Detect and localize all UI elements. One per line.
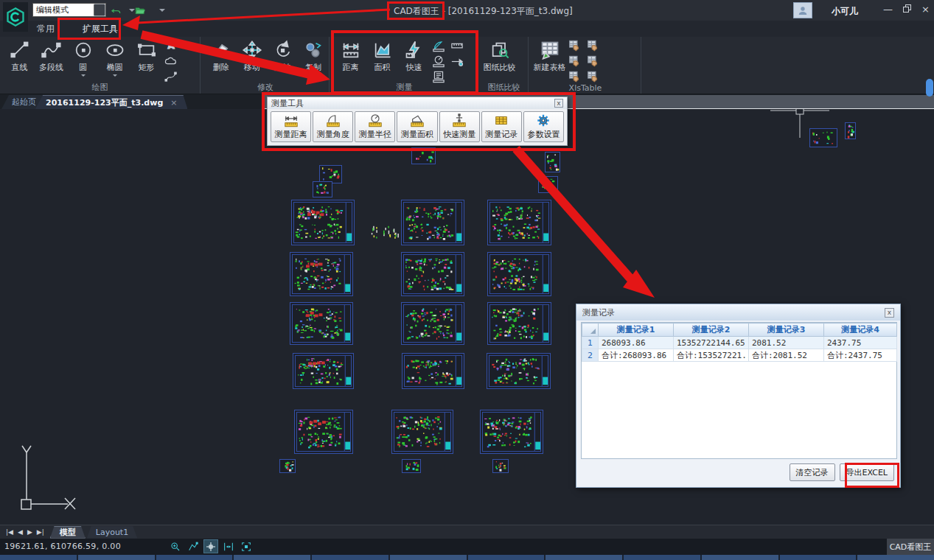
ribbon-xlstable-tool-5-button[interactable]	[585, 55, 601, 69]
status-zoom-window-icon[interactable]	[168, 539, 183, 553]
drawing-thumbnail[interactable]	[291, 200, 355, 245]
ribbon-circle-button[interactable]: 圆	[67, 38, 99, 80]
status-pan-icon[interactable]	[186, 539, 201, 553]
measure-area-button[interactable]: 测量面积	[397, 111, 437, 142]
ribbon-xlstable-tool-4-button[interactable]	[585, 39, 601, 53]
dropdown-arrow-icon[interactable]	[81, 74, 86, 77]
ribbon-xlstable-tool-3-button[interactable]	[566, 70, 582, 84]
table-corner-cell[interactable]	[582, 323, 599, 337]
tab-extended-tools[interactable]: 扩展工具	[78, 21, 122, 37]
restore-button[interactable]	[903, 4, 911, 13]
drawing-thumbnail[interactable]	[487, 353, 551, 389]
nav-last-icon[interactable]: ▶|	[37, 528, 44, 536]
measure-radius-button[interactable]: 测量半径	[355, 111, 395, 142]
drawing-thumbnail[interactable]	[845, 122, 856, 139]
drawing-thumbnail[interactable]	[487, 302, 551, 345]
drawing-thumbnail[interactable]	[290, 252, 353, 296]
quick-measure-button[interactable]: 快速测量	[439, 111, 480, 142]
row-number[interactable]: 2	[582, 349, 599, 362]
drawing-thumbnail[interactable]	[487, 200, 551, 245]
drawing-thumbnail[interactable]	[411, 147, 436, 164]
drawing-thumbnail[interactable]	[401, 200, 464, 245]
column-header-1[interactable]: 测量记录1	[599, 323, 674, 337]
table-row[interactable]: 2合计:268093.86合计:153527221...合计:2081.52合计…	[582, 349, 897, 362]
tab-common[interactable]: 常用	[32, 21, 59, 37]
ribbon-polyline-button[interactable]: 多段线	[35, 38, 67, 80]
measure-angle-button[interactable]: 测量角度	[313, 111, 353, 142]
ribbon-rectangle-button[interactable]: 矩形	[130, 38, 162, 80]
clear-records-button[interactable]: 清空记录	[790, 463, 835, 481]
records-panel-titlebar[interactable]: 测量记录 x	[576, 304, 900, 321]
drawing-thumbnail[interactable]	[487, 252, 551, 296]
table-row[interactable]: 1268093.8615352722144.652081.522437.75	[582, 337, 897, 349]
drawing-thumbnail[interactable]	[545, 152, 560, 172]
close-button[interactable]: ×	[921, 4, 930, 15]
ribbon-erase-button[interactable]: 删除	[206, 38, 237, 80]
ribbon-measure-angle-button[interactable]	[431, 39, 447, 53]
measure-record-button[interactable]: 测量记录	[481, 111, 522, 142]
open-file-button[interactable]	[134, 4, 146, 17]
ribbon-area-button[interactable]: 面积	[366, 38, 398, 80]
ribbon-measure-radius-button[interactable]	[431, 55, 447, 69]
quick-access-customize-icon[interactable]	[159, 9, 165, 12]
column-header-2[interactable]: 测量记录2	[674, 323, 749, 337]
nav-prev-icon[interactable]: ◀	[18, 528, 23, 536]
table-cell[interactable]: 合计:153527221...	[674, 349, 749, 362]
dialog-close-icon[interactable]: x	[554, 99, 563, 108]
drawing-thumbnail[interactable]	[480, 410, 543, 454]
drawing-thumbnail[interactable]	[391, 410, 453, 454]
drawing-thumbnail[interactable]	[290, 302, 353, 345]
drawing-thumbnail[interactable]	[279, 459, 296, 473]
ribbon-ellipse-button[interactable]: 椭圆	[99, 38, 130, 80]
measure-tools-dialog-titlebar[interactable]: 测量工具 x	[268, 97, 567, 109]
table-cell[interactable]: 268093.86	[599, 337, 674, 349]
layout-tab-layout1[interactable]: Layout1	[87, 526, 137, 539]
undo-button[interactable]	[111, 4, 122, 17]
ribbon-distance-button[interactable]: 距离	[335, 38, 366, 80]
records-close-icon[interactable]: x	[885, 308, 894, 318]
drawing-thumbnail[interactable]	[809, 128, 837, 147]
mode-select-dropdown-icon[interactable]	[94, 4, 105, 16]
status-crosshair-icon[interactable]	[203, 539, 218, 553]
drawing-thumbnail[interactable]	[313, 181, 332, 197]
canvas-marking[interactable]	[393, 225, 400, 241]
drawing-thumbnail[interactable]	[402, 353, 464, 389]
measure-distance-button[interactable]: 测量距离	[271, 111, 311, 142]
export-excel-button[interactable]: 导出EXCEL	[840, 463, 894, 481]
ribbon-measure-settings-button[interactable]	[449, 55, 465, 69]
layout-tab-model[interactable]: 模型	[50, 526, 86, 539]
username[interactable]: 小可儿	[832, 5, 858, 18]
ribbon-line-button[interactable]: 直线	[4, 38, 35, 80]
drawing-thumbnail[interactable]	[492, 459, 509, 473]
minimize-button[interactable]: —	[883, 4, 893, 15]
drawing-thumbnail[interactable]	[401, 302, 464, 345]
table-cell[interactable]: 2437.75	[824, 337, 897, 349]
ribbon-xlstable-tool-6-button[interactable]	[585, 70, 601, 84]
table-cell[interactable]: 15352722144.65	[674, 337, 749, 349]
drawing-thumbnail[interactable]	[538, 176, 558, 193]
table-cell[interactable]: 合计:268093.86	[599, 349, 674, 362]
drawing-thumbnail[interactable]	[402, 459, 421, 473]
table-cell[interactable]: 合计:2081.52	[749, 349, 824, 362]
drawing-thumbnail[interactable]	[401, 252, 464, 296]
parameter-settings-button[interactable]: 参数设置	[523, 111, 564, 142]
ribbon-new-table-button[interactable]: 新建表格	[534, 38, 565, 80]
drawing-thumbnail[interactable]	[294, 410, 353, 454]
drawing-thumbnail[interactable]	[293, 353, 354, 389]
ribbon-xlstable-tool-2-button[interactable]	[566, 55, 582, 69]
mode-select[interactable]: 编辑模式	[32, 3, 106, 17]
avatar[interactable]	[793, 2, 812, 18]
table-cell[interactable]: 2081.52	[749, 337, 824, 349]
column-header-4[interactable]: 测量记录4	[824, 323, 897, 337]
nav-next-icon[interactable]: ▶	[27, 528, 32, 536]
scroll-indicator[interactable]	[926, 79, 933, 97]
nav-first-icon[interactable]: |◀	[6, 528, 13, 536]
ribbon-drawing-compare-button[interactable]: 图纸比较	[484, 38, 515, 80]
row-number[interactable]: 1	[582, 337, 599, 349]
status-snap-icon[interactable]	[221, 539, 236, 553]
ribbon-measure-ruler-button[interactable]	[449, 39, 465, 53]
ribbon-xlstable-tool-1-button[interactable]	[566, 39, 582, 53]
table-cell[interactable]: 合计:2437.75	[824, 349, 897, 362]
ribbon-quick-measure-button[interactable]: 快速	[398, 38, 430, 80]
status-zoom-extents-icon[interactable]	[239, 539, 254, 553]
